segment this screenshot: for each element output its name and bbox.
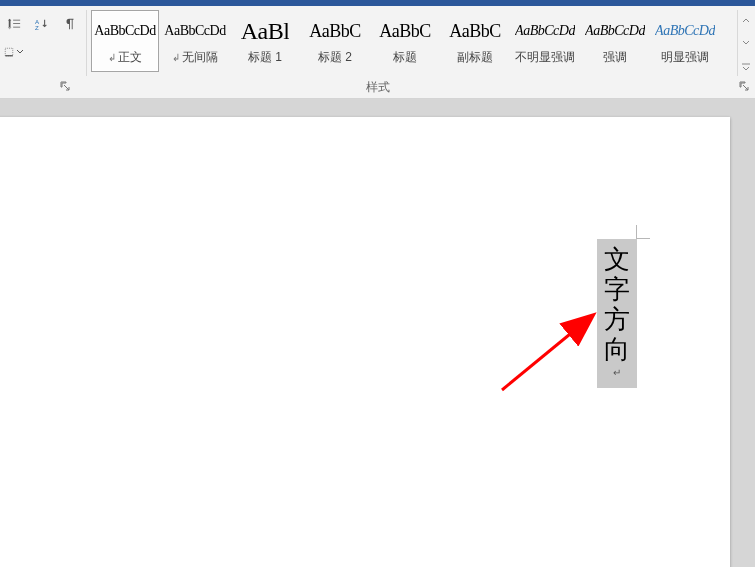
styles-expand[interactable] [738, 56, 753, 76]
borders-button[interactable] [4, 42, 24, 62]
vertical-char-1: 字 [604, 275, 630, 305]
show-marks-button[interactable] [60, 14, 80, 34]
annotation-arrow [500, 302, 610, 392]
style-label: ↲正文 [108, 49, 142, 66]
style-item-4[interactable]: AaBbC标题 [371, 10, 439, 72]
style-item-2[interactable]: AaBl标题 1 [231, 10, 299, 72]
styles-gallery: AaBbCcDd↲正文AaBbCcDd↲无间隔AaBl标题 1AaBbC标题 2… [91, 10, 735, 76]
line-spacing-button[interactable] [4, 14, 24, 34]
vertical-char-3: 向 [604, 335, 630, 365]
styles-scroll [737, 10, 753, 76]
ribbon-content-row: AZ AaBbCcDd↲正文AaBbCcDd↲无间隔AaBl标题 1AaBbC标… [0, 6, 755, 76]
style-label: ↲无间隔 [172, 49, 218, 66]
styles-group-label: 样式 [0, 79, 755, 96]
svg-rect-2 [5, 48, 13, 56]
style-item-7[interactable]: AaBbCcDd强调 [581, 10, 649, 72]
style-label: 强调 [603, 49, 627, 66]
svg-text:Z: Z [35, 24, 39, 31]
paragraph-dialog-launcher[interactable] [58, 79, 72, 93]
style-preview: AaBbC [379, 15, 431, 47]
document-workspace: 文字方向↵ [0, 99, 755, 567]
style-label-text: 明显强调 [661, 49, 709, 66]
paragraph-group: AZ [2, 10, 87, 76]
sort-button[interactable]: AZ [32, 14, 52, 34]
style-label: 标题 2 [318, 49, 352, 66]
styles-scroll-down[interactable] [738, 33, 753, 53]
style-label-text: 副标题 [457, 49, 493, 66]
styles-scroll-up[interactable] [738, 10, 753, 30]
style-preview: AaBbCcDd [585, 15, 645, 47]
style-item-1[interactable]: AaBbCcDd↲无间隔 [161, 10, 229, 72]
style-item-6[interactable]: AaBbCcDd不明显强调 [511, 10, 579, 72]
style-label-text: 标题 [393, 49, 417, 66]
style-preview: AaBbCcDd [94, 15, 155, 47]
styles-dialog-launcher[interactable] [737, 79, 751, 93]
ribbon: AZ AaBbCcDd↲正文AaBbCcDd↲无间隔AaBl标题 1AaBbC标… [0, 6, 755, 99]
chevron-down-icon [16, 45, 24, 59]
style-preview: AaBbCcDd [655, 15, 715, 47]
style-label-text: 标题 2 [318, 49, 352, 66]
vertical-char-2: 方 [604, 305, 630, 335]
style-label: 标题 1 [248, 49, 282, 66]
style-item-5[interactable]: AaBbC副标题 [441, 10, 509, 72]
vertical-char-0: 文 [604, 245, 630, 275]
style-preview: AaBbC [309, 15, 361, 47]
style-preview: AaBbC [449, 15, 501, 47]
paragraph-mark-icon: ↲ [108, 52, 116, 63]
style-label: 不明显强调 [515, 49, 575, 66]
ribbon-group-label-row: 样式 [0, 76, 755, 98]
style-item-3[interactable]: AaBbC标题 2 [301, 10, 369, 72]
style-label: 副标题 [457, 49, 493, 66]
style-label-text: 不明显强调 [515, 49, 575, 66]
style-label-text: 标题 1 [248, 49, 282, 66]
margin-corner-mark [636, 215, 660, 239]
document-page[interactable]: 文字方向↵ [0, 117, 730, 567]
style-preview: AaBl [241, 15, 290, 47]
svg-line-4 [502, 316, 592, 390]
style-label-text: 无间隔 [182, 49, 218, 66]
style-item-8[interactable]: AaBbCcDd明显强调 [651, 10, 719, 72]
style-item-0[interactable]: AaBbCcDd↲正文 [91, 10, 159, 72]
style-label-text: 正文 [118, 49, 142, 66]
style-label: 明显强调 [661, 49, 709, 66]
paragraph-end-mark: ↵ [613, 367, 621, 378]
style-label: 标题 [393, 49, 417, 66]
style-preview: AaBbCcDd [164, 15, 225, 47]
style-preview: AaBbCcDd [515, 15, 575, 47]
paragraph-mark-icon: ↲ [172, 52, 180, 63]
vertical-text-selection[interactable]: 文字方向↵ [597, 239, 637, 388]
style-label-text: 强调 [603, 49, 627, 66]
